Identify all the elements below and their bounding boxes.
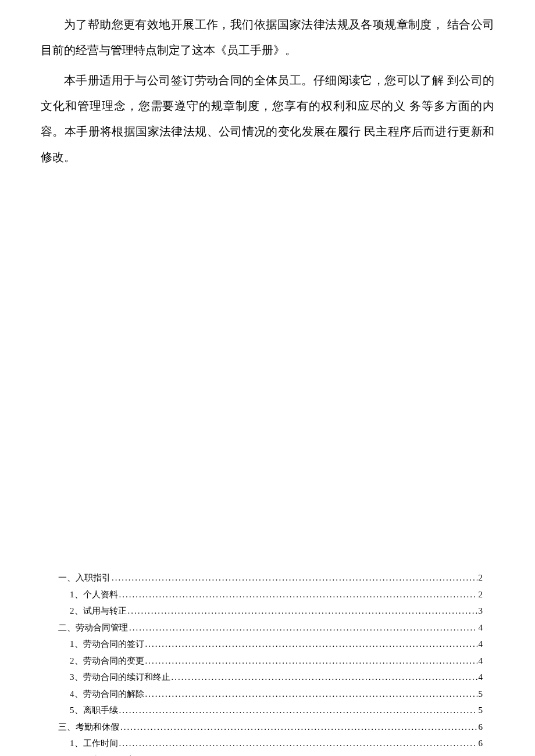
toc-entry: 4、劳动合同的解除 5: [58, 686, 483, 703]
toc-leader-dots: [137, 752, 477, 757]
toc-leader-dots: [145, 653, 477, 669]
toc-leader-dots: [145, 686, 477, 703]
toc-label: 三、考勤和休假: [58, 719, 119, 736]
toc-label: 4、劳动合同的解除: [70, 686, 144, 703]
toc-page-number: 4: [479, 619, 483, 636]
toc-label: 2、劳动合同的变更: [70, 653, 144, 669]
toc-entry: 1、劳动合同的签订 4: [58, 636, 483, 653]
toc-entry: 2、试用与转正 3: [58, 603, 483, 619]
toc-page-number: 6: [479, 752, 483, 757]
toc-entry: 二、劳动合同管理 4: [58, 619, 483, 636]
page-spacer: [41, 174, 494, 569]
toc-label: 1、工作时间: [70, 735, 118, 752]
toc-label: 2、试用与转正: [70, 603, 127, 619]
toc-label: 5、离职手续: [70, 702, 118, 719]
toc-label: 二、劳动合同管理: [58, 619, 128, 636]
toc-entry: 2、劳动合同的变更 4: [58, 653, 483, 669]
toc-entry: 三、考勤和休假 6: [58, 719, 483, 736]
toc-label: 3、劳动合同的续订和终止: [70, 669, 170, 686]
toc-page-number: 4: [479, 653, 483, 669]
toc-page-number: 2: [479, 569, 483, 586]
toc-page-number: 6: [479, 719, 483, 736]
toc-entry: 一、入职指引 2: [58, 569, 483, 586]
toc-label: 1、劳动合同的签订: [70, 636, 144, 653]
toc-leader-dots: [128, 603, 477, 619]
toc-leader-dots: [119, 586, 477, 603]
toc-page-number: 6: [479, 735, 483, 752]
toc-leader-dots: [129, 619, 477, 636]
toc-entry: 1、个人资料 2: [58, 586, 483, 603]
intro-paragraph-2: 本手册适用于与公司签订劳动合同的全体员工。仔细阅读它，您可以了解 到公司的文化和…: [41, 67, 494, 170]
toc-leader-dots: [119, 735, 477, 752]
toc-page-number: 5: [479, 686, 483, 703]
toc-label: 2、打卡管理规定: [70, 752, 135, 757]
toc-page-number: 5: [479, 702, 483, 719]
intro-section: 为了帮助您更有效地开展工作，我们依据国家法律法规及各项规章制度， 结合公司目前的…: [41, 12, 494, 170]
toc-entry: 5、离职手续 5: [58, 702, 483, 719]
toc-entry: 2、打卡管理规定 6: [58, 752, 483, 757]
toc-leader-dots: [172, 669, 477, 686]
toc-page-number: 4: [479, 669, 483, 686]
toc-entry: 1、工作时间 6: [58, 735, 483, 752]
table-of-contents: 一、入职指引 2 1、个人资料 2 2、试用与转正 3 二、劳动合同管理 4 1…: [41, 569, 494, 756]
toc-label: 一、入职指引: [58, 569, 110, 586]
toc-leader-dots: [120, 719, 477, 736]
toc-leader-dots: [145, 636, 477, 653]
toc-page-number: 2: [479, 586, 483, 603]
toc-entry: 3、劳动合同的续订和终止 4: [58, 669, 483, 686]
toc-leader-dots: [119, 702, 477, 719]
toc-label: 1、个人资料: [70, 586, 118, 603]
toc-page-number: 4: [479, 636, 483, 653]
intro-paragraph-1: 为了帮助您更有效地开展工作，我们依据国家法律法规及各项规章制度， 结合公司目前的…: [41, 12, 494, 63]
toc-leader-dots: [112, 569, 477, 586]
toc-page-number: 3: [479, 603, 483, 619]
